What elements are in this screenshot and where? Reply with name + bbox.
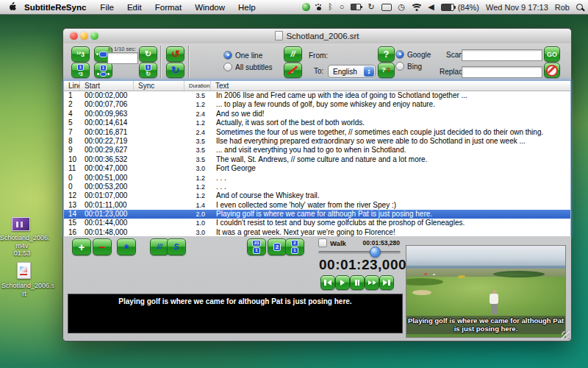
table-row[interactable]: 11 00:00:47,000 3.0 Fort George <box>64 164 570 173</box>
menu-help[interactable]: Help <box>232 3 262 12</box>
title-bar[interactable]: Schotland_2006.srt <box>63 29 571 44</box>
merge-lines-button[interactable]: 231 <box>247 238 266 255</box>
bluetooth-icon[interactable]: ᛒ <box>328 0 333 14</box>
battery-icon[interactable] <box>441 0 454 14</box>
display-icon[interactable] <box>381 0 392 14</box>
from-language-select[interactable]: English ▲▼ <box>328 65 376 78</box>
redo-button[interactable]: ↻ <box>166 63 184 78</box>
cell-sync <box>134 110 184 118</box>
delete-subtitle-button[interactable]: − <box>93 238 112 255</box>
add-subtitle-button[interactable]: + <box>72 238 91 255</box>
movie-duration: 01:53 <box>0 250 44 258</box>
desktop-icon-movie[interactable] <box>12 217 30 231</box>
join-line-button[interactable]: / <box>284 63 302 78</box>
clock-icon[interactable]: ◷ <box>398 0 406 14</box>
document-proxy-icon[interactable] <box>275 31 283 40</box>
table-row[interactable]: 8 00:00:22,719 3.5 Ilse had everything p… <box>64 137 570 146</box>
sync-icon[interactable]: ↻ <box>368 0 374 14</box>
col-sync[interactable]: Sync <box>134 81 184 91</box>
resize-grip[interactable] <box>562 331 570 339</box>
col-duration[interactable]: Duration <box>184 81 211 91</box>
circle-status-icon[interactable]: ○ <box>340 0 345 14</box>
menu-clock-text[interactable]: Wed Nov 9 17:13 <box>486 0 548 14</box>
wifi-icon[interactable] <box>412 0 421 14</box>
go-end-button[interactable] <box>379 275 394 290</box>
translate-help-button[interactable]: ? <box>378 46 395 62</box>
table-row[interactable]: 1 00:00:02,000 3.5 In 2006 Ilse and Fred… <box>64 91 570 100</box>
renumber-one-button[interactable]: 1²3 <box>71 63 90 78</box>
subtitle-editor-text: Playing golf is where we came for althou… <box>68 297 402 305</box>
video-preview[interactable]: Playing golf is where we came for althou… <box>406 245 566 338</box>
table-row[interactable]: 10 00:00:36,532 3.5 The wall, St. Andrew… <box>64 155 570 164</box>
menu-window[interactable]: Window <box>188 3 232 12</box>
cell-sync <box>134 164 184 173</box>
paw-icon[interactable] <box>317 0 321 14</box>
renumber-button[interactable]: ¹²3 <box>71 46 90 62</box>
split-two-button[interactable]: 2 <box>268 238 287 255</box>
col-start[interactable]: Start <box>80 81 134 91</box>
go-button[interactable]: GO <box>544 46 560 62</box>
scope-one-line[interactable]: One line <box>223 51 262 60</box>
menu-user[interactable]: Rob <box>555 0 570 14</box>
spotlight-icon[interactable] <box>576 0 585 14</box>
one-line-radio[interactable] <box>223 51 232 60</box>
stop-button[interactable] <box>544 63 560 78</box>
table-row[interactable]: 7 00:00:16,871 2.4 Sometimes the four of… <box>64 128 570 137</box>
menu-file[interactable]: File <box>93 3 121 12</box>
resync-all-button[interactable]: ↻ <box>139 46 157 62</box>
cell-start: 00:00:29,627 <box>80 146 134 155</box>
table-row[interactable]: 2 00:00:07,706 1.2 ... to play a few rou… <box>64 100 570 109</box>
cell-text: The wall, St. Andrews, // some culture a… <box>211 155 570 164</box>
engine-bing[interactable]: Bing <box>395 62 422 71</box>
fast-forward-button[interactable] <box>365 275 379 290</box>
table-row[interactable]: 5 00:00:14,614 1.2 Actually, it was sort… <box>64 118 570 127</box>
subtitle-table: Line Start Sync Duration Text 1 00:00:02… <box>64 80 570 237</box>
scope-all-subtitles[interactable]: All subtitles <box>223 63 273 71</box>
engine-google[interactable]: Google <box>395 50 431 59</box>
menu-format[interactable]: Format <box>148 3 188 12</box>
resync-one-button[interactable]: 1↻ <box>139 63 157 78</box>
table-row[interactable]: 9 00:00:29,627 3.5 ... and visit everyth… <box>64 146 570 155</box>
desktop-icon-srt[interactable] <box>17 262 31 279</box>
seek-slider-track[interactable] <box>318 251 401 254</box>
pause-button[interactable] <box>350 275 365 290</box>
bing-radio[interactable] <box>395 62 404 71</box>
table-row[interactable]: 0 00:00:51,000 1.2 . . . <box>64 174 570 183</box>
menu-edit[interactable]: Edit <box>121 3 148 12</box>
table-row[interactable]: 0 00:00:53,200 1.2 . . . <box>64 183 570 191</box>
menu-app-name[interactable]: SubtitleReSync <box>21 3 93 12</box>
toolbar-divider-2 <box>188 46 189 78</box>
col-text[interactable]: Text <box>211 81 570 91</box>
table-row[interactable]: 15 00:01:44,000 1.0 I couldn't resist to… <box>64 219 570 227</box>
play-button[interactable] <box>335 275 350 290</box>
desktop-icon-srt-label[interactable]: Schotland_2006.s rt <box>1 282 47 297</box>
asterisk-button[interactable]: * <box>117 238 136 255</box>
cell-start: 00:00:36,532 <box>80 155 134 164</box>
tenth-sec-input[interactable] <box>107 52 138 64</box>
table-row[interactable]: 14 00:01:23,000 2.0 Playing golf is wher… <box>64 210 570 219</box>
subtitle-editor[interactable]: Playing golf is where we came for althou… <box>68 294 403 333</box>
table-row[interactable]: 4 00:00:09,963 2.4 And so we did! <box>64 110 570 118</box>
col-line[interactable]: Line <box>64 81 80 91</box>
table-row[interactable]: 12 00:01:07,000 1.2 And of course the Wh… <box>64 191 570 200</box>
table-row[interactable]: 13 00:01:11,000 1.4 I even collected som… <box>64 201 570 210</box>
cell-line: 11 <box>64 164 80 173</box>
volume-icon[interactable]: ◀ <box>428 0 434 14</box>
stretch-one-button[interactable]: 1 <box>94 63 112 78</box>
scan-input[interactable] <box>462 49 542 61</box>
go-start-button[interactable] <box>320 275 335 290</box>
video-subtitle-line1: Playing golf is where we came for althou… <box>406 317 565 325</box>
all-subtitles-radio[interactable] <box>223 63 232 71</box>
battery-mini-icon[interactable] <box>351 0 361 14</box>
seek-slider-knob[interactable] <box>370 247 381 258</box>
split-line-button[interactable]: // <box>284 46 302 62</box>
apple-menu[interactable] <box>0 1 21 13</box>
undo-button[interactable]: ↺ <box>166 46 184 62</box>
desktop-icon-movie-label[interactable]: Schotland_2006. m4v 01:53 <box>0 234 44 258</box>
swap-two-one-button[interactable]: 21 <box>285 238 304 255</box>
swap-lines-button[interactable]: S <box>167 238 186 255</box>
app-sphere-icon[interactable] <box>302 0 310 14</box>
replace-input[interactable] <box>462 66 542 78</box>
translate-all-button[interactable]: ?? <box>378 63 395 78</box>
google-radio[interactable] <box>395 50 404 59</box>
